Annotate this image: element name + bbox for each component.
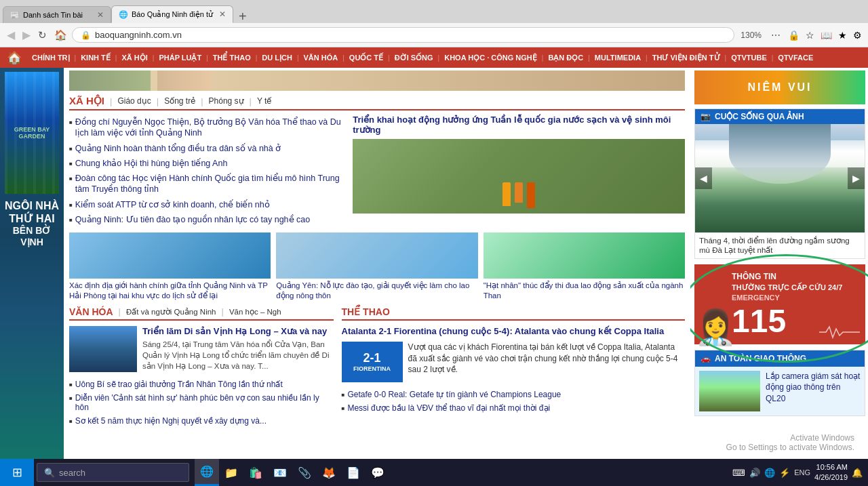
van-hoa-sub-news-2[interactable]: ■ Diễn viên 'Cảnh sát hình sự' hành phúc… xyxy=(69,391,334,414)
col-title-3[interactable]: "Hạt nhân" thúc đẩy thi đua lao động sản… xyxy=(484,281,685,301)
new-tab-button[interactable]: + xyxy=(233,9,252,23)
taskbar-item-browser[interactable]: 🌐 xyxy=(195,459,219,486)
bullet-4: ■ xyxy=(69,176,73,182)
news-item-2[interactable]: ■ Quảng Ninh hoàn thành tổng điều tra dâ… xyxy=(69,141,346,156)
prev-slide-button[interactable]: ◀ xyxy=(695,167,712,189)
nav-item-van-hoa[interactable]: VĂN HÓA xyxy=(299,47,343,68)
home-button[interactable]: 🏠 xyxy=(52,28,70,43)
nav-item-kinh-te[interactable]: KINH TẾ xyxy=(76,47,115,68)
tab-close-active-icon[interactable]: ✕ xyxy=(219,9,226,19)
tab-active[interactable]: 🌐 Báo Quảng Ninh điện tử ✕ xyxy=(111,5,233,23)
bullet-vh2: ■ xyxy=(69,395,73,401)
keyboard-icon[interactable]: ⌨ xyxy=(732,468,745,478)
van-hoa-sub-2[interactable]: Văn học – Ngh xyxy=(229,307,281,317)
the-thao-title[interactable]: THỂ THAO xyxy=(342,306,390,317)
taskbar-item-mail[interactable]: 📧 xyxy=(268,459,292,486)
taskbar-item-paperclip[interactable]: 📎 xyxy=(292,459,317,486)
the-thao-sub-2[interactable]: ■ Messi được bầu là VĐV thể thao vĩ đại … xyxy=(342,401,685,415)
news-item-3[interactable]: ■ Chung khảo Hội thi hùng biện tiếng Anh xyxy=(69,156,346,171)
next-slide-button[interactable]: ▶ xyxy=(848,167,865,189)
nav-item-chinh-tri[interactable]: CHÍNH TRỊ xyxy=(27,47,75,68)
volume-icon[interactable]: 🔊 xyxy=(749,468,760,478)
atgt-news-title[interactable]: Lắp camera giám sát hoạt động giao thông… xyxy=(766,371,861,411)
xa-hoi-title[interactable]: XÃ HỘI xyxy=(69,95,104,107)
van-hoa-the-thao-row: VĂN HÓA | Đất và người Quảng Ninh | Văn … xyxy=(69,306,685,428)
col-item-1: Xác định địa giới hành chính giữa tỉnh Q… xyxy=(69,232,271,301)
left-sidebar-ad: GREEN BAY GARDEN NGÔI NHÀ THỨ HAI BÊN BỜ… xyxy=(0,68,64,486)
van-hoa-title[interactable]: VĂN HÓA xyxy=(69,306,113,317)
nav-item-the-thao[interactable]: THỂ THAO xyxy=(208,47,256,68)
taskbar-item-firefox[interactable]: 🦊 xyxy=(317,459,341,486)
menu-dots-button[interactable]: ⋯ xyxy=(768,28,784,42)
taskbar-item-explorer[interactable]: 📁 xyxy=(219,459,243,486)
nav-item-qtv-tube[interactable]: QTVTUBE xyxy=(726,47,772,68)
address-bar[interactable]: 🔒 baoquangninh.com.vn xyxy=(72,27,734,43)
taskbar-item-word[interactable]: 📄 xyxy=(341,459,366,486)
cuoc-song-caption: Tháng 4, thời điểm lên đường ngắm sương … xyxy=(695,232,865,258)
van-hoa-sub-news-1[interactable]: ■ Uông Bí sẽ trao giải thưởng Trần Nhân … xyxy=(69,378,334,391)
col-title-1[interactable]: Xác định địa giới hành chính giữa tỉnh Q… xyxy=(69,281,271,301)
nav-item-quoc-te[interactable]: QUỐC TẾ xyxy=(344,47,388,68)
taskbar-search-text: search xyxy=(59,468,85,478)
nav-item-multimedia[interactable]: MULTIMEDIA xyxy=(590,47,646,68)
reading-icon[interactable]: 📖 xyxy=(818,30,834,41)
forward-button[interactable]: ▶ xyxy=(20,27,33,43)
zoom-level: 130% xyxy=(736,31,766,40)
nav-item-thu-vien[interactable]: THƯ VIỆN ĐIỆN TỬ xyxy=(648,47,725,68)
nav-item-ban-doc[interactable]: BẠN ĐỌC xyxy=(543,47,588,68)
taskbar-item-store[interactable]: 🛍️ xyxy=(243,459,268,486)
network-icon[interactable]: 🌐 xyxy=(764,468,775,478)
battery-icon[interactable]: ⚡ xyxy=(779,468,790,478)
sep1: | xyxy=(110,96,112,106)
notification-icon[interactable]: 🔔 xyxy=(852,468,863,478)
extension-icon-1[interactable]: 🔒 xyxy=(786,30,802,41)
taskbar-item-chat[interactable]: 💬 xyxy=(366,459,390,486)
nav-item-xa-hoi[interactable]: XÃ HỘI xyxy=(117,47,152,68)
nav-item-qtv-face[interactable]: QTVFACE xyxy=(773,47,818,68)
logo-home[interactable]: 🏠 xyxy=(1,50,27,65)
the-thao-main-title[interactable]: Atalanta 2-1 Fiorentina (chung cuộc 5-4)… xyxy=(342,326,685,338)
nav-item-du-lich[interactable]: DU LỊCH xyxy=(257,47,297,68)
nav-item-phap-luat[interactable]: PHÁP LUẬT xyxy=(154,47,206,68)
featured-title[interactable]: Triển khai hoạt động hưởng ứng Tuần lễ q… xyxy=(353,115,685,135)
explorer-icon: 📁 xyxy=(224,466,238,479)
sep3: | xyxy=(201,96,203,106)
settings-icon[interactable]: ⚙ xyxy=(851,30,864,41)
xa-hoi-header: XÃ HỘI | Giáo dục | Sống trẻ | Phóng sự … xyxy=(69,95,685,110)
paperclip-icon: 📎 xyxy=(298,466,311,479)
cuoc-song-title: CUỘC SỐNG QUA ẢNH xyxy=(715,112,804,121)
xa-hoi-sub-giao-duc[interactable]: Giáo dục xyxy=(117,96,151,106)
nav-item-khoa-hoc[interactable]: KHOA HỌC · CÔNG NGHỆ xyxy=(439,47,542,68)
van-hoa-sub-1[interactable]: Đất và người Quảng Ninh xyxy=(126,307,216,317)
col-title-2[interactable]: Quảng Yên: Nỗ lực đào tạo, giải quyết vi… xyxy=(276,281,477,301)
right-sidebar: NIÊM VUI 📷 CUỘC SỐNG QUA ẢNH ◀ xyxy=(690,68,868,486)
xa-hoi-sub-song-tre[interactable]: Sống trẻ xyxy=(164,96,195,106)
tab-close-icon[interactable]: ✕ xyxy=(97,10,104,20)
nav-item-doi-song[interactable]: ĐỜI SỐNG xyxy=(390,47,438,68)
hub-icon[interactable]: ★ xyxy=(836,30,849,41)
xa-hoi-sub-y-te[interactable]: Y tế xyxy=(257,96,271,106)
news-item-1[interactable]: ■ Đồng chí Nguyễn Ngọc Thiện, Bộ trưởng … xyxy=(69,115,346,141)
van-hoa-main-title[interactable]: Triển lãm Di sản Vịnh Hạ Long – Xưa và n… xyxy=(142,326,334,336)
back-button[interactable]: ◀ xyxy=(4,27,18,43)
ad-building-img: GREEN BAY GARDEN xyxy=(5,72,59,194)
three-col-news: Xác định địa giới hành chính giữa tỉnh Q… xyxy=(69,232,685,301)
bullet-vh1: ■ xyxy=(69,382,73,388)
refresh-button[interactable]: ↻ xyxy=(35,28,50,43)
cuoc-song-section: 📷 CUỘC SỐNG QUA ẢNH ◀ ▶ Tháng 4, thời đi… xyxy=(694,108,865,259)
tab-inactive[interactable]: 📰 Danh sách Tin bài ✕ xyxy=(3,6,111,23)
start-button[interactable]: ⊞ xyxy=(0,459,34,486)
news-item-5[interactable]: ■ Kiểm soát ATTP từ cơ sở kinh doanh, ch… xyxy=(69,197,346,212)
taskbar-search[interactable]: 🔍 search xyxy=(37,463,189,482)
bullet-6: ■ xyxy=(69,217,73,224)
van-hoa-sub-news-3[interactable]: ■ Sơ kết 5 năm thực hiện Nghị quyết về x… xyxy=(69,414,334,428)
news-item-6[interactable]: ■ Quảng Ninh: Ưu tiên đào tạo nguồn nhân… xyxy=(69,212,346,227)
atgt-title: AN TOÀN GIAO THÔNG xyxy=(715,354,806,363)
star-icon[interactable]: ☆ xyxy=(804,30,816,41)
the-thao-main-content: 2-1 FIORENTINA Vượt qua các vị khách Fio… xyxy=(342,342,685,382)
news-item-4[interactable]: ■ Đoàn công tác Học viện Hành chính Quốc… xyxy=(69,171,346,197)
the-thao-sub-1[interactable]: ■ Getafe 0-0 Real: Getafe tự tín giành v… xyxy=(342,388,685,401)
camera-icon: 📷 xyxy=(701,112,711,121)
atgt-header: 🚗 AN TOÀN GIAO THÔNG xyxy=(695,350,865,367)
xa-hoi-sub-phong-su[interactable]: Phóng sự xyxy=(209,96,244,106)
